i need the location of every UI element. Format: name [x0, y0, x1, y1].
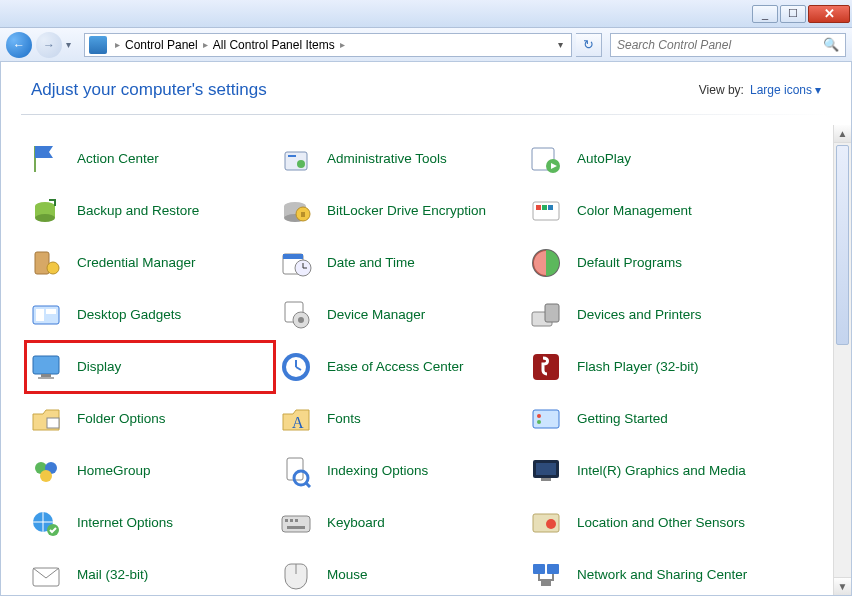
- breadcrumb-root-sep[interactable]: ▸: [111, 39, 124, 50]
- cp-item-mail-32-bit[interactable]: Mail (32-bit): [25, 549, 275, 595]
- scroll-up-button[interactable]: ▲: [834, 125, 851, 143]
- cp-item-bitlocker-drive-encryption[interactable]: BitLocker Drive Encryption: [275, 185, 525, 237]
- refresh-button[interactable]: ↻: [576, 33, 602, 57]
- cp-item-label: Intel(R) Graphics and Media: [577, 463, 746, 479]
- mouse-icon: [279, 558, 313, 592]
- cp-item-label: Mouse: [327, 567, 368, 583]
- cp-item-label: Backup and Restore: [77, 203, 199, 219]
- chevron-down-icon: ▾: [815, 83, 821, 97]
- address-bar[interactable]: ▸ Control Panel ▸ All Control Panel Item…: [84, 33, 572, 57]
- fonts-icon: [279, 402, 313, 436]
- back-button[interactable]: ←: [6, 32, 32, 58]
- devices-icon: [529, 298, 563, 332]
- location-icon: [529, 506, 563, 540]
- cp-item-label: Network and Sharing Center: [577, 567, 747, 583]
- cp-item-fonts[interactable]: Fonts: [275, 393, 525, 445]
- cp-item-location-and-other-sensors[interactable]: Location and Other Sensors: [525, 497, 775, 549]
- minimize-button[interactable]: _: [752, 5, 778, 23]
- cp-item-label: Mail (32-bit): [77, 567, 148, 583]
- cp-item-label: Indexing Options: [327, 463, 428, 479]
- cp-item-flash-player-32-bit[interactable]: Flash Player (32-bit): [525, 341, 775, 393]
- autoplay-icon: [529, 142, 563, 176]
- cp-item-desktop-gadgets[interactable]: Desktop Gadgets: [25, 289, 275, 341]
- cp-item-administrative-tools[interactable]: Administrative Tools: [275, 133, 525, 185]
- search-icon[interactable]: 🔍: [823, 37, 839, 52]
- scrollbar-thumb[interactable]: [836, 145, 849, 345]
- breadcrumb-all-items[interactable]: All Control Panel Items ▸: [212, 38, 349, 52]
- network-icon: [529, 558, 563, 592]
- cp-item-label: Desktop Gadgets: [77, 307, 181, 323]
- folderopt-icon: [29, 402, 63, 436]
- cp-item-color-management[interactable]: Color Management: [525, 185, 775, 237]
- cp-item-label: BitLocker Drive Encryption: [327, 203, 486, 219]
- color-icon: [529, 194, 563, 228]
- admin-icon: [279, 142, 313, 176]
- view-by: View by: Large icons ▾: [699, 83, 821, 97]
- maximize-button[interactable]: ☐: [780, 5, 806, 23]
- cp-item-label: Display: [77, 359, 121, 375]
- cp-item-label: Location and Other Sensors: [577, 515, 745, 531]
- backup-icon: [29, 194, 63, 228]
- indexing-icon: [279, 454, 313, 488]
- datetime-icon: [279, 246, 313, 280]
- getstart-icon: [529, 402, 563, 436]
- search-box[interactable]: 🔍: [610, 33, 846, 57]
- display-icon: [29, 350, 63, 384]
- cp-item-label: Flash Player (32-bit): [577, 359, 699, 375]
- cp-item-ease-of-access-center[interactable]: Ease of Access Center: [275, 341, 525, 393]
- search-input[interactable]: [617, 38, 823, 52]
- cp-item-date-and-time[interactable]: Date and Time: [275, 237, 525, 289]
- cp-item-mouse[interactable]: Mouse: [275, 549, 525, 595]
- breadcrumb-control-panel[interactable]: Control Panel ▸: [124, 38, 212, 52]
- cp-item-network-and-sharing-center[interactable]: Network and Sharing Center: [525, 549, 775, 595]
- cp-item-label: Folder Options: [77, 411, 166, 427]
- intel-icon: [529, 454, 563, 488]
- cp-item-intel-r-graphics-and-media[interactable]: Intel(R) Graphics and Media: [525, 445, 775, 497]
- cp-item-autoplay[interactable]: AutoPlay: [525, 133, 775, 185]
- breadcrumb-label: Control Panel: [125, 38, 198, 52]
- cp-item-label: Devices and Printers: [577, 307, 702, 323]
- cp-item-backup-and-restore[interactable]: Backup and Restore: [25, 185, 275, 237]
- cp-item-folder-options[interactable]: Folder Options: [25, 393, 275, 445]
- bitlocker-icon: [279, 194, 313, 228]
- page-title: Adjust your computer's settings: [31, 80, 267, 100]
- cp-item-devices-and-printers[interactable]: Devices and Printers: [525, 289, 775, 341]
- cp-item-label: Fonts: [327, 411, 361, 427]
- cp-item-default-programs[interactable]: Default Programs: [525, 237, 775, 289]
- navbar: ← → ▾ ▸ Control Panel ▸ All Control Pane…: [0, 28, 852, 62]
- cp-item-action-center[interactable]: Action Center: [25, 133, 275, 185]
- control-panel-icon: [89, 36, 107, 54]
- defaults-icon: [529, 246, 563, 280]
- content-area: Adjust your computer's settings View by:…: [0, 62, 852, 596]
- address-dropdown-button[interactable]: ▾: [554, 39, 567, 50]
- cp-item-homegroup[interactable]: HomeGroup: [25, 445, 275, 497]
- forward-button[interactable]: →: [36, 32, 62, 58]
- recent-pages-button[interactable]: ▾: [66, 39, 80, 50]
- view-by-label: View by:: [699, 83, 744, 97]
- cp-item-label: Ease of Access Center: [327, 359, 464, 375]
- header-row: Adjust your computer's settings View by:…: [1, 62, 851, 114]
- breadcrumb-label: All Control Panel Items: [213, 38, 335, 52]
- cp-item-label: HomeGroup: [77, 463, 151, 479]
- cp-item-label: Color Management: [577, 203, 692, 219]
- homegroup-icon: [29, 454, 63, 488]
- header-divider: [21, 114, 831, 115]
- cp-item-device-manager[interactable]: Device Manager: [275, 289, 525, 341]
- cp-item-label: Getting Started: [577, 411, 668, 427]
- cp-item-display[interactable]: Display: [25, 341, 275, 393]
- view-by-selector[interactable]: Large icons ▾: [750, 83, 821, 97]
- cp-item-label: Credential Manager: [77, 255, 196, 271]
- scroll-down-button[interactable]: ▼: [834, 577, 851, 595]
- cp-item-getting-started[interactable]: Getting Started: [525, 393, 775, 445]
- items-grid: Action CenterAdministrative ToolsAutoPla…: [25, 133, 847, 595]
- cp-item-keyboard[interactable]: Keyboard: [275, 497, 525, 549]
- close-button[interactable]: ✕: [808, 5, 850, 23]
- cp-item-internet-options[interactable]: Internet Options: [25, 497, 275, 549]
- cp-item-credential-manager[interactable]: Credential Manager: [25, 237, 275, 289]
- credential-icon: [29, 246, 63, 280]
- mail-icon: [29, 558, 63, 592]
- cp-item-indexing-options[interactable]: Indexing Options: [275, 445, 525, 497]
- chevron-right-icon: ▸: [200, 39, 211, 50]
- cp-item-label: Keyboard: [327, 515, 385, 531]
- vertical-scrollbar[interactable]: ▲ ▼: [833, 125, 851, 595]
